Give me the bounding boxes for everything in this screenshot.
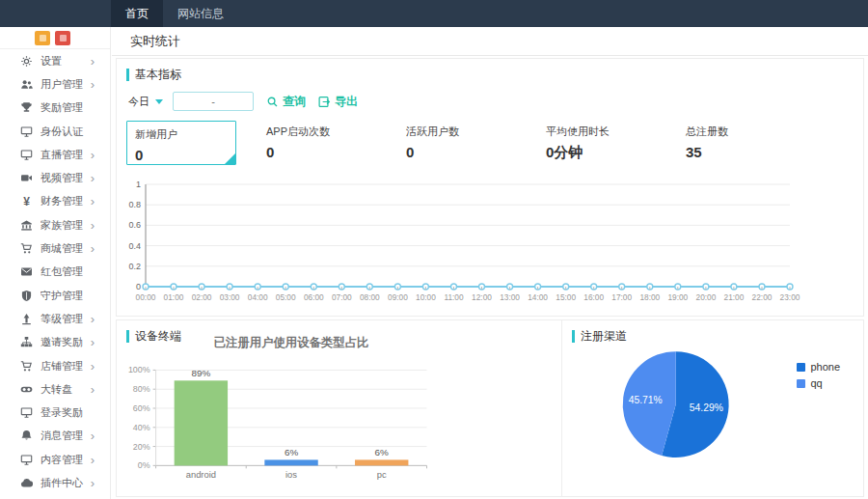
close-tab-button[interactable] — [55, 31, 70, 45]
svg-text:13:00: 13:00 — [500, 292, 520, 302]
monitor-icon — [20, 125, 34, 138]
svg-text:54.29%: 54.29% — [690, 402, 723, 413]
svg-text:20:00: 20:00 — [696, 292, 717, 302]
page-header: 实时统计 — [112, 27, 868, 56]
main-content: 实时统计 基本指标 今日 查询 导出 新增用户0APP启动次数0活跃用户数0平均… — [112, 27, 868, 499]
channel-panel: 注册渠道 54.29%45.71% phoneqq — [562, 320, 863, 496]
selected-corner-icon — [225, 153, 235, 164]
sidebar-item-settings[interactable]: 设置› — [0, 49, 110, 72]
query-button[interactable]: 查询 — [266, 94, 306, 110]
section-title-channel: 注册渠道 — [572, 328, 627, 345]
svg-text:17:00: 17:00 — [611, 292, 632, 302]
sidebar-item-plugin-center[interactable]: 插件中心› — [0, 471, 110, 494]
tab-controls — [0, 27, 110, 49]
refresh-tab-button[interactable] — [35, 31, 50, 45]
wheel-icon — [20, 383, 34, 396]
svg-text:04:00: 04:00 — [248, 292, 268, 302]
chevron-right-icon: › — [91, 336, 95, 348]
svg-text:20%: 20% — [133, 442, 150, 452]
cloud-icon — [20, 477, 34, 489]
sidebar-item-user-mgmt[interactable]: 用户管理› — [0, 72, 110, 96]
caret-down-icon — [155, 99, 163, 104]
chevron-right-icon: › — [91, 383, 95, 396]
device-panel: 设备终端 已注册用户使用设备类型占比0%20%40%60%80%100%89%a… — [117, 320, 562, 496]
stat-avg-usage[interactable]: 平均使用时长0分钟 — [546, 125, 610, 162]
gear-icon — [20, 55, 34, 68]
video-icon — [20, 172, 34, 184]
sidebar-item-redpacket-mgmt[interactable]: 红包管理 — [0, 261, 110, 284]
sidebar-item-video-mgmt[interactable]: 视频管理› — [0, 166, 110, 189]
chevron-right-icon: › — [91, 219, 95, 232]
sidebar-item-mall-mgmt[interactable]: 商城管理› — [0, 236, 110, 260]
sidebar-item-identity-auth[interactable]: 身份认证 — [0, 120, 110, 143]
svg-text:14:00: 14:00 — [528, 292, 548, 302]
svg-text:16:00: 16:00 — [583, 292, 604, 302]
date-input[interactable] — [173, 92, 254, 111]
sidebar-item-invite-reward[interactable]: 邀请奖励› — [0, 331, 110, 354]
sidebar-item-content-mgmt[interactable]: 内容管理› — [0, 448, 110, 471]
sidebar-item-live-mgmt[interactable]: 直播管理› — [0, 143, 110, 166]
svg-text:01:00: 01:00 — [164, 292, 184, 302]
search-icon — [266, 96, 279, 108]
legend-swatch-icon — [797, 379, 805, 388]
toolbar: 今日 查询 导出 — [126, 90, 854, 113]
page-title: 实时统计 — [130, 34, 180, 48]
legend-qq[interactable]: qq — [797, 377, 840, 389]
svg-text:09:00: 09:00 — [388, 292, 408, 302]
legend-phone[interactable]: phone — [797, 361, 840, 373]
svg-text:60%: 60% — [133, 403, 150, 413]
sidebar-item-lucky-wheel[interactable]: 大转盘› — [0, 377, 110, 401]
yen-icon: ¥ — [20, 195, 34, 208]
sidebar-item-reward-mgmt[interactable]: 奖励管理 — [0, 97, 110, 120]
svg-text:45.71%: 45.71% — [629, 395, 663, 405]
svg-text:pc: pc — [377, 469, 387, 480]
svg-text:19:00: 19:00 — [667, 292, 688, 302]
sidebar-menu: 设置›用户管理›奖励管理身份认证直播管理›视频管理›¥财务管理›家族管理›商城管… — [0, 49, 110, 495]
svg-text:0.4: 0.4 — [128, 241, 141, 251]
bar-android — [175, 380, 228, 465]
sidebar-item-family-mgmt[interactable]: 家族管理› — [0, 213, 110, 236]
monitor-icon — [20, 406, 34, 419]
sidebar-item-level-mgmt[interactable]: 等级管理› — [0, 307, 110, 330]
stat-total-registered[interactable]: 总注册数35 — [686, 125, 728, 160]
stats-row: 新增用户0APP启动次数0活跃用户数0平均使用时长0分钟总注册数35 — [126, 121, 854, 166]
tab-site-info[interactable]: 网站信息 — [163, 0, 238, 27]
svg-text:0%: 0% — [138, 460, 150, 470]
svg-text:40%: 40% — [133, 423, 150, 432]
tab-home[interactable]: 首页 — [111, 0, 163, 27]
chevron-right-icon: › — [91, 172, 95, 184]
sidebar-item-message-mgmt[interactable]: 消息管理› — [0, 425, 110, 448]
export-button[interactable]: 导出 — [318, 94, 358, 110]
section-title-basic: 基本指标 — [126, 67, 854, 83]
stat-new-users[interactable]: 新增用户0 — [126, 121, 236, 165]
stat-active-users[interactable]: 活跃用户数0 — [406, 125, 459, 160]
sidebar-item-shop-mgmt[interactable]: 店铺管理› — [0, 354, 110, 377]
monitor-icon — [20, 454, 34, 466]
envelope-icon — [20, 265, 34, 278]
chevron-right-icon: › — [91, 55, 95, 68]
sidebar-item-finance-mgmt[interactable]: ¥财务管理› — [0, 190, 110, 213]
svg-text:0.6: 0.6 — [128, 220, 141, 230]
svg-text:05:00: 05:00 — [276, 292, 296, 302]
trophy-icon — [20, 101, 34, 114]
chevron-right-icon: › — [91, 242, 95, 255]
svg-text:89%: 89% — [191, 368, 210, 378]
hourly-line-chart: 00.20.40.60.8100:0001:0002:0003:0004:000… — [126, 179, 855, 308]
svg-text:ios: ios — [285, 469, 297, 480]
cart-icon — [20, 360, 34, 373]
bottom-panels: 设备终端 已注册用户使用设备类型占比0%20%40%60%80%100%89%a… — [116, 319, 864, 497]
svg-text:0.8: 0.8 — [128, 200, 141, 209]
top-navbar: 首页网站信息 — [0, 0, 868, 27]
svg-text:1: 1 — [136, 180, 141, 189]
sidebar-item-login-reward[interactable]: 登录奖励 — [0, 401, 110, 424]
levelup-icon — [20, 313, 34, 325]
chevron-right-icon: › — [91, 78, 95, 91]
basic-metrics-panel: 基本指标 今日 查询 导出 新增用户0APP启动次数0活跃用户数0平均使用时长0… — [116, 58, 864, 317]
stat-app-launches[interactable]: APP启动次数0 — [266, 125, 330, 160]
svg-text:6%: 6% — [375, 447, 389, 457]
svg-text:80%: 80% — [133, 384, 150, 394]
date-range-select[interactable]: 今日 — [128, 95, 163, 109]
accent-bar — [572, 330, 575, 343]
svg-text:07:00: 07:00 — [332, 292, 352, 302]
sidebar-item-guard-mgmt[interactable]: 守护管理 — [0, 284, 110, 307]
